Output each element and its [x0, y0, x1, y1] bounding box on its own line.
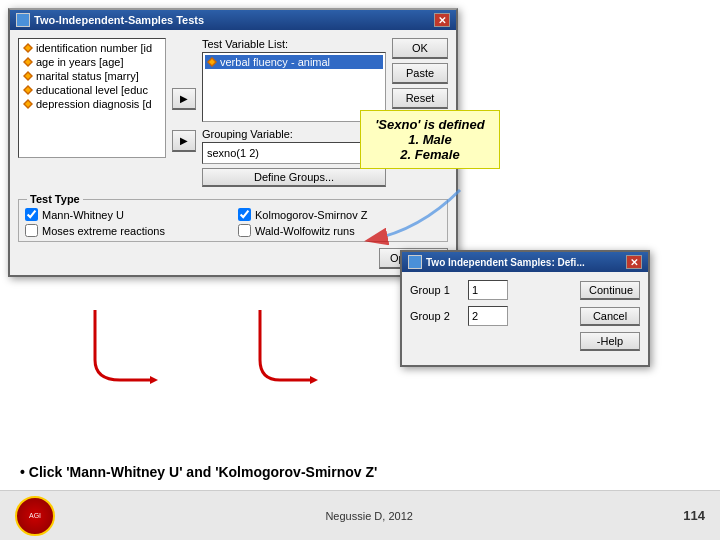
arrow-column: ▶ ▶ — [172, 38, 196, 187]
sub-help-button[interactable]: -Help — [580, 332, 640, 351]
list-item[interactable]: educational level [educ — [21, 83, 163, 97]
logo-icon: AGI — [15, 496, 55, 536]
sub-close-button[interactable]: ✕ — [626, 255, 642, 269]
kolmogorov-label: Kolmogorov-Smirnov Z — [255, 209, 367, 221]
wald-checkbox-item[interactable]: Wald-Wolfowitz runs — [238, 224, 441, 237]
define-groups-button[interactable]: Define Groups... — [202, 168, 386, 187]
sub-dialog-title: Two Independent Samples: Defi... — [426, 257, 585, 268]
annotation-line2: 1. Male — [371, 132, 489, 147]
annotation-bubble: 'Sexno' is defined 1. Male 2. Female — [360, 110, 500, 169]
group2-label: Group 2 — [410, 310, 462, 322]
main-dialog-title: Two-Independent-Samples Tests — [34, 14, 204, 26]
sub-dialog: Two Independent Samples: Defi... ✕ Group… — [400, 250, 650, 367]
annotation-line1: 'Sexno' is defined — [371, 117, 489, 132]
paste-button[interactable]: Paste — [392, 63, 448, 84]
citation-text: Negussie D, 2012 — [325, 510, 412, 522]
test-variable-label: Test Variable List: — [202, 38, 386, 50]
variable-list-panel: identification number [id age in years [… — [18, 38, 166, 187]
sub-dialog-titlebar: Two Independent Samples: Defi... ✕ — [402, 252, 648, 272]
group2-input[interactable] — [468, 306, 508, 326]
grouping-variable-box[interactable]: sexno(1 2) — [202, 142, 386, 164]
options-area: Options... — [10, 248, 456, 275]
sub-dialog-body: Group 1 Continue Group 2 Cancel -Help — [402, 272, 648, 365]
annotation-line3: 2. Female — [371, 147, 489, 162]
group1-input[interactable] — [468, 280, 508, 300]
title-area: Two-Independent-Samples Tests — [16, 13, 204, 27]
sub-title-area: Two Independent Samples: Defi... — [408, 255, 585, 269]
mann-whitney-checkbox-item[interactable]: Mann-Whitney U — [25, 208, 228, 221]
bottom-bullet: • Click 'Mann-Whitney U' and 'Kolmogorov… — [20, 464, 377, 480]
kolmogorov-checkbox-item[interactable]: Kolmogorov-Smirnov Z — [238, 208, 441, 221]
bottom-bar: AGI Negussie D, 2012 114 — [0, 490, 720, 540]
test-type-legend: Test Type — [27, 193, 83, 205]
wald-label: Wald-Wolfowitz runs — [255, 225, 355, 237]
group1-row: Group 1 Continue — [410, 280, 640, 300]
group-help-row: -Help — [410, 332, 640, 351]
test-variable-item: verbal fluency - animal — [205, 55, 383, 69]
sub-button-col2: Cancel — [580, 307, 640, 326]
moses-checkbox[interactable] — [25, 224, 38, 237]
continue-button[interactable]: Continue — [580, 281, 640, 300]
close-button[interactable]: ✕ — [434, 13, 450, 27]
group2-row: Group 2 Cancel — [410, 306, 640, 326]
right-section: Test Variable List: verbal fluency - ani… — [202, 38, 386, 187]
list-item[interactable]: age in years [age] — [21, 55, 163, 69]
grouping-variable-label: Grouping Variable: — [202, 128, 386, 140]
sub-button-col: Continue — [580, 281, 640, 300]
svg-marker-13 — [150, 376, 158, 384]
list-item[interactable]: identification number [id — [21, 41, 163, 55]
test-type-grid: Mann-Whitney U Kolmogorov-Smirnov Z Mose… — [25, 208, 441, 237]
test-type-section: Test Type Mann-Whitney U Kolmogorov-Smir… — [18, 199, 448, 242]
reset-button[interactable]: Reset — [392, 88, 448, 109]
page-number: 114 — [683, 508, 705, 523]
moses-label: Moses extreme reactions — [42, 225, 165, 237]
move-to-test-button[interactable]: ▶ — [172, 88, 196, 110]
svg-marker-14 — [310, 376, 318, 384]
list-item[interactable]: marital status [marry] — [21, 69, 163, 83]
variable-listbox[interactable]: identification number [id age in years [… — [18, 38, 166, 158]
mann-whitney-checkbox[interactable] — [25, 208, 38, 221]
move-to-grouping-button[interactable]: ▶ — [172, 130, 196, 152]
list-item[interactable]: depression diagnosis [d — [21, 97, 163, 111]
sub-cancel-button[interactable]: Cancel — [580, 307, 640, 326]
wald-checkbox[interactable] — [238, 224, 251, 237]
sub-dialog-icon — [408, 255, 422, 269]
group1-label: Group 1 — [410, 284, 462, 296]
moses-checkbox-item[interactable]: Moses extreme reactions — [25, 224, 228, 237]
test-variable-box[interactable]: verbal fluency - animal — [202, 52, 386, 122]
mann-whitney-label: Mann-Whitney U — [42, 209, 124, 221]
dialog-icon — [16, 13, 30, 27]
main-dialog-titlebar: Two-Independent-Samples Tests ✕ — [10, 10, 456, 30]
kolmogorov-checkbox[interactable] — [238, 208, 251, 221]
ok-button[interactable]: OK — [392, 38, 448, 59]
